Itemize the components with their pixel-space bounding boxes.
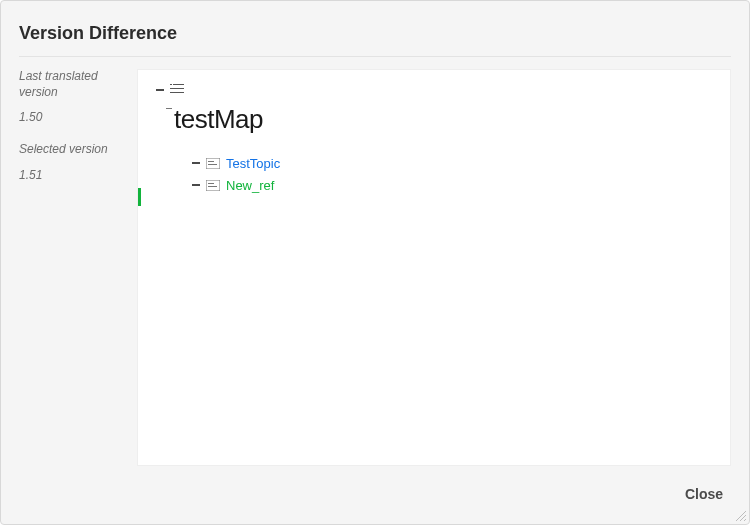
diff-added-marker <box>138 188 141 206</box>
svg-rect-8 <box>208 183 214 184</box>
collapse-icon[interactable] <box>192 184 200 186</box>
map-title: testMap <box>174 104 263 135</box>
svg-rect-0 <box>170 88 184 89</box>
selected-version-label: Selected version <box>19 142 129 158</box>
dialog-body: Last translated version 1.50 Selected ve… <box>1 69 749 466</box>
dialog-header: Version Difference <box>1 1 749 56</box>
svg-rect-5 <box>208 161 214 162</box>
map-tree: testMap TestTopic <box>138 70 730 211</box>
tree-root-title-row[interactable]: testMap <box>166 104 716 135</box>
last-translated-label: Last translated version <box>19 69 129 100</box>
svg-rect-3 <box>170 84 172 85</box>
close-button[interactable]: Close <box>681 480 727 508</box>
tree-children: TestTopic New_ref <box>192 153 716 195</box>
topicref-icon <box>206 180 220 191</box>
tree-item-testtopic[interactable]: TestTopic <box>192 153 716 173</box>
map-icon <box>170 84 184 96</box>
last-translated-value: 1.50 <box>19 110 129 124</box>
svg-rect-1 <box>170 92 184 93</box>
topicref-icon <box>206 158 220 169</box>
tree-item-label: TestTopic <box>226 156 280 171</box>
svg-rect-9 <box>208 186 217 187</box>
title-corner-icon <box>166 108 172 114</box>
dialog-title: Version Difference <box>19 23 731 44</box>
tree-item-newref[interactable]: New_ref <box>192 175 716 195</box>
svg-rect-4 <box>206 158 220 169</box>
tree-item-label: New_ref <box>226 178 274 193</box>
version-difference-dialog: Version Difference Last translated versi… <box>0 0 750 525</box>
version-side-panel: Last translated version 1.50 Selected ve… <box>19 69 137 466</box>
dialog-footer: Close <box>1 466 749 524</box>
collapse-icon[interactable] <box>192 162 200 164</box>
collapse-icon[interactable] <box>156 89 164 91</box>
tree-root-row[interactable] <box>156 84 716 96</box>
svg-rect-6 <box>208 164 217 165</box>
selected-version-value: 1.51 <box>19 168 129 182</box>
svg-rect-7 <box>206 180 220 191</box>
header-divider <box>19 56 731 57</box>
svg-rect-2 <box>173 84 184 85</box>
diff-content-pane: testMap TestTopic <box>137 69 731 466</box>
